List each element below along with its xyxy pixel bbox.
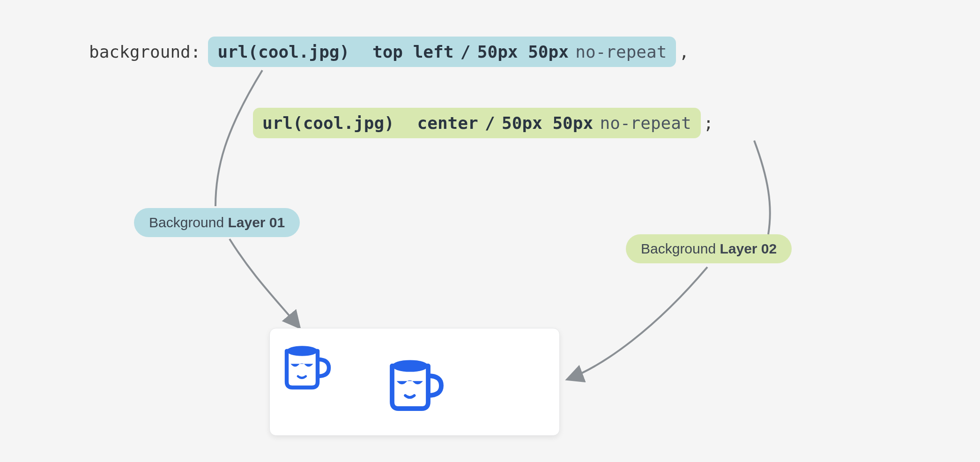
layer2-repeat: no-repeat xyxy=(600,113,691,133)
mug-center xyxy=(382,350,448,415)
layer2-sep: / xyxy=(485,113,495,133)
layer2-block: url(cool.jpg) center / 50px 50px no-repe… xyxy=(253,108,701,138)
layer1-label-prefix: Background xyxy=(149,215,228,230)
preview-box xyxy=(269,328,560,436)
layer2-label-bold: Layer 02 xyxy=(720,241,777,256)
layer1-label-pill: Background Layer 01 xyxy=(134,208,300,237)
css-property: background: xyxy=(89,42,200,61)
mug-icon xyxy=(278,337,334,393)
layer1-repeat: no-repeat xyxy=(575,42,667,61)
layer1-label-bold: Layer 01 xyxy=(228,215,285,230)
css-line-2: url(cool.jpg) center / 50px 50px no-repe… xyxy=(253,108,713,138)
layer2-position: center xyxy=(417,113,478,133)
layer1-sep: / xyxy=(460,42,471,61)
layer1-size: 50px 50px xyxy=(477,42,569,61)
layer1-position: top left xyxy=(372,42,453,61)
layer2-label-prefix: Background xyxy=(641,241,720,256)
css-line-1: background: url(cool.jpg) top left / 50p… xyxy=(89,37,689,67)
layer1-block: url(cool.jpg) top left / 50px 50px no-re… xyxy=(208,37,676,67)
layer2-label-pill: Background Layer 02 xyxy=(626,234,792,263)
mug-icon xyxy=(382,350,448,415)
layer2-url: url(cool.jpg) xyxy=(262,113,394,133)
layer2-punct: ; xyxy=(704,113,714,133)
layer1-url: url(cool.jpg) xyxy=(217,42,349,61)
svg-point-0 xyxy=(287,346,318,356)
svg-point-1 xyxy=(392,360,428,372)
layer2-size: 50px 50px xyxy=(502,113,593,133)
layer1-punct: , xyxy=(679,42,689,61)
mug-top-left xyxy=(278,337,334,393)
